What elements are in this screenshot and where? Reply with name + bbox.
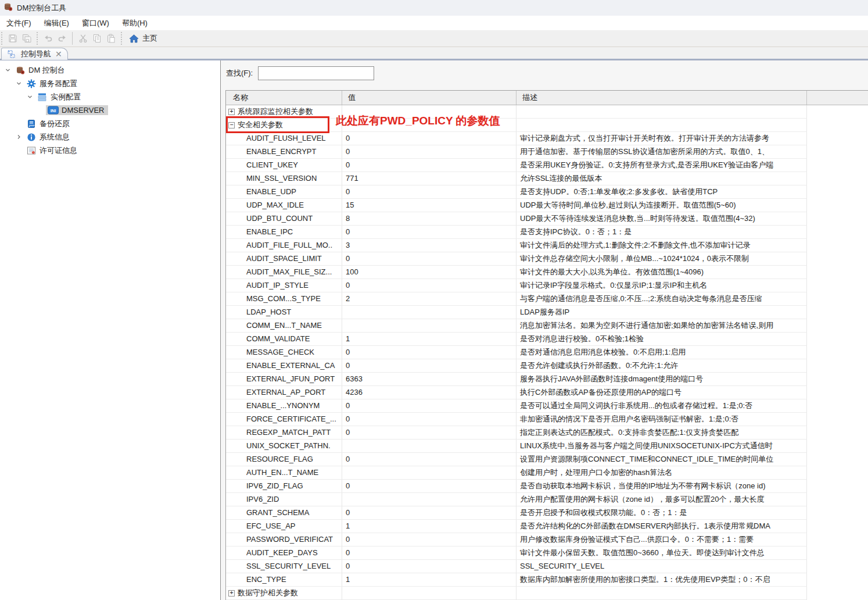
tree-item-dm-console[interactable]: DM 控制台 xyxy=(0,63,220,77)
undo-button[interactable] xyxy=(41,32,55,45)
tree-item-server-config[interactable]: 服务器配置 xyxy=(0,77,220,90)
param-value: 0 xyxy=(342,145,517,159)
param-row[interactable]: ENABLE_IPC0是否支持IPC协议。0：否；1：是 xyxy=(226,226,868,239)
param-row[interactable]: SSL_SECURITY_LEVEL0SSL_SECURITY_LEVEL xyxy=(226,560,868,573)
param-row[interactable]: AUTH_EN...T_NAME创建用户时，处理用户口令加密的hash算法名 xyxy=(226,466,868,480)
param-row[interactable]: AUDIT_SPACE_LIMIT0审计文件总存储空间大小限制，单位MB...~… xyxy=(226,252,868,266)
param-value: 0 xyxy=(342,506,517,520)
tab-close-icon[interactable]: ✕ xyxy=(55,50,62,58)
tree-item-backup-restore[interactable]: 备份还原 xyxy=(0,117,220,130)
copy-button[interactable] xyxy=(90,32,104,45)
param-name-cell: ENABLE_...YNONYM xyxy=(226,399,342,413)
param-row[interactable]: AUDIT_FILE_FULL_MO..3审计文件满后的处理方式,1:删除文件;… xyxy=(226,239,868,252)
collapse-box-icon[interactable]: − xyxy=(228,122,235,128)
param-row[interactable]: IPV6_ZID_FLAG0是否自动获取本地网卡标识，当使用的IP地址为不带有网… xyxy=(226,480,868,493)
param-row[interactable]: ENABLE_EXTERNAL_CA0是否允许创建或执行外部函数。0:不允许;1… xyxy=(226,359,868,373)
expand-box-icon[interactable]: + xyxy=(228,590,235,597)
param-row[interactable]: EXTERNAL_JFUN_PORT6363服务器执行JAVA外部函数时连接dm… xyxy=(226,373,868,386)
column-header-filler xyxy=(807,91,868,105)
param-row[interactable]: ENABLE_UDP0是否支持UDP。0:否;1:单发单收;2:多发多收。缺省使… xyxy=(226,185,868,199)
group-row[interactable]: −安全相关参数 xyxy=(226,119,868,132)
group-row[interactable]: +数据守护相关参数 xyxy=(226,587,868,600)
home-button[interactable]: 主页 xyxy=(125,33,161,44)
param-desc: 与客户端的通信消息是否压缩,0:不压...;2:系统自动决定每条消息是否压缩 xyxy=(517,292,807,306)
param-row[interactable]: FORCE_CERTIFICATE_...0非加密通讯的情况下是否开启用户名密码… xyxy=(226,413,868,426)
tree-item-dmserver[interactable]: INIDMSERVER xyxy=(0,103,220,117)
param-row[interactable]: UDP_MAX_IDLE15UDP最大等待时间,单位秒,超过则认为连接断开。取值… xyxy=(226,199,868,212)
tab-control-navigation[interactable]: 控制导航 ✕ xyxy=(1,48,68,60)
param-row[interactable]: UNIX_SOCKET_PATHN.LINUX系统中,当服务器与客户端之间使用U… xyxy=(226,440,868,453)
gear-icon xyxy=(25,79,37,88)
param-name-cell: UNIX_SOCKET_PATHN. xyxy=(226,440,342,453)
cut-icon xyxy=(78,34,88,43)
param-row[interactable]: AUDIT_IP_STYLE0审计记录IP字段显示格式。0:仅显示IP;1:显示… xyxy=(226,279,868,292)
group-name-cell: −安全相关参数 xyxy=(226,119,342,132)
param-row[interactable]: RESOURCE_FLAG0设置用户资源限制项CONNECT_TIME和CONN… xyxy=(226,453,868,466)
save-all-button[interactable] xyxy=(20,32,34,45)
license-icon xyxy=(25,146,37,155)
tree-item-license-info[interactable]: 许可证信息 xyxy=(0,144,220,157)
param-name-cell: ENC_TYPE xyxy=(226,573,342,587)
group-row[interactable]: +系统跟踪监控相关参数 xyxy=(226,105,868,119)
param-value xyxy=(342,466,517,480)
toolbar: 主页 xyxy=(0,30,868,47)
param-name: AUDIT_FLUSH_LEVEL xyxy=(246,134,326,142)
expand-box-icon[interactable]: + xyxy=(228,109,235,115)
column-header-value[interactable]: 值 xyxy=(342,91,517,105)
param-desc: 是否采用UKEY身份验证。0:支持所有登录方式,是否采用UKEY验证由客户端 xyxy=(517,159,807,172)
param-name: SSL_SECURITY_LEVEL xyxy=(246,562,331,570)
tree-item-instance-config[interactable]: 实例配置 xyxy=(0,90,220,103)
chevron-right-icon[interactable] xyxy=(14,134,24,140)
param-row[interactable]: COMM_VALIDATE1是否对消息进行校验。0不检验;1检验 xyxy=(226,333,868,346)
param-name: UDP_BTU_COUNT xyxy=(246,214,313,223)
param-desc: 用户修改数据库身份验证模式下自己...供原口令。0：不需要；1：需要 xyxy=(517,533,807,547)
param-row[interactable]: ENC_TYPE1数据库内部加解密所使用的加密接口类型。1：优先使用EVP类型；… xyxy=(226,573,868,587)
param-desc: 审计文件总存储空间大小限制，单位MB...~1024*1024，0表示不限制 xyxy=(517,252,807,266)
param-desc: 非加密通讯的情况下是否开启用户名密码强制证书解密。1:是;0:否 xyxy=(517,413,807,426)
param-name: PASSWORD_VERIFICAT xyxy=(246,535,333,544)
menu-item-file[interactable]: 文件(F) xyxy=(0,16,38,30)
param-row[interactable]: PASSWORD_VERIFICAT0用户修改数据库身份验证模式下自己...供原… xyxy=(226,533,868,547)
red-annotation-text: 此处应有PWD_POLICY 的参数值 xyxy=(336,114,500,128)
param-row[interactable]: ENABLE_ENCRYPT0用于通信加密。基于传输层的SSL协议通信加密所采用… xyxy=(226,145,868,159)
param-row[interactable]: AUDIT_KEEP_DAYS0审计文件最小保留天数。取值范围0~3660，单位… xyxy=(226,547,868,560)
param-row[interactable]: GRANT_SCHEMA0是否开启授予和回收模式权限功能。0：否；1：是 xyxy=(226,506,868,520)
param-row[interactable]: COMM_EN...T_NAME消息加密算法名。如果为空则不进行通信加密;如果给… xyxy=(226,319,868,333)
param-row[interactable]: AUDIT_MAX_FILE_SIZ...100审计文件的最大大小,以兆为单位。… xyxy=(226,266,868,279)
param-name: UDP_MAX_IDLE xyxy=(246,201,304,209)
param-row[interactable]: IPV6_ZID允许用户配置使用的网卡标识（zone id），最多可以配置20个… xyxy=(226,493,868,506)
param-row[interactable]: REGEXP_MATCH_PATT0指定正则表达式的匹配模式。0:支持非贪婪匹配… xyxy=(226,426,868,440)
row-filler xyxy=(807,573,868,587)
param-row[interactable]: EFC_USE_AP1是否允许结构化的C外部函数在DMSERVER内部执行。1表… xyxy=(226,520,868,533)
param-name: MIN_SSL_VERSION xyxy=(246,174,317,183)
row-filler xyxy=(807,226,868,239)
column-header-name[interactable]: 名称 xyxy=(226,91,342,105)
chevron-down-icon[interactable] xyxy=(14,81,24,86)
redo-button[interactable] xyxy=(55,32,69,45)
param-row[interactable]: ENABLE_...YNONYM0是否可以通过全局同义词执行非系统用...的包或… xyxy=(226,399,868,413)
param-name-cell: AUDIT_FILE_FULL_MO.. xyxy=(226,239,342,252)
param-row[interactable]: AUDIT_FLUSH_LEVEL0审计记录刷盘方式，仅当打开审计开关时有效。打… xyxy=(226,132,868,145)
param-row[interactable]: UDP_BTU_COUNT8UDP最大不等待连续发送消息块数,当...时则等待发… xyxy=(226,212,868,226)
chevron-down-icon[interactable] xyxy=(25,94,35,99)
param-row[interactable]: EXTERNAL_AP_PORT4236执行C外部函数或AP备份还原使用的AP的… xyxy=(226,386,868,399)
param-name-cell: MIN_SSL_VERSION xyxy=(226,172,342,185)
save-button[interactable] xyxy=(6,32,20,45)
param-row[interactable]: LDAP_HOSTLDAP服务器IP xyxy=(226,306,868,319)
param-row[interactable]: MSG_COM...S_TYPE2与客户端的通信消息是否压缩,0:不压...;2… xyxy=(226,292,868,306)
column-header-desc[interactable]: 描述 xyxy=(517,91,807,105)
tree-item-label: DM 控制台 xyxy=(28,65,65,76)
menu-item-window[interactable]: 窗口(W) xyxy=(76,16,116,30)
param-value: 4236 xyxy=(342,386,517,399)
chevron-down-icon[interactable] xyxy=(3,67,13,73)
param-row[interactable]: CLIENT_UKEY0是否采用UKEY身份验证。0:支持所有登录方式,是否采用… xyxy=(226,159,868,172)
menu-item-help[interactable]: 帮助(H) xyxy=(116,16,154,30)
param-row[interactable]: MIN_SSL_VERSION771允许SSL连接的最低版本 xyxy=(226,172,868,185)
cut-button[interactable] xyxy=(76,32,90,45)
group-name-cell: +数据守护相关参数 xyxy=(226,587,342,600)
paste-button[interactable] xyxy=(104,32,118,45)
param-row[interactable]: MESSAGE_CHECK0是否对通信消息启用消息体校验。0:不启用;1:启用 xyxy=(226,346,868,359)
tree-item-system-info[interactable]: 系统信息 xyxy=(0,130,220,144)
search-input[interactable] xyxy=(258,66,374,80)
menu-item-edit[interactable]: 编辑(E) xyxy=(38,16,76,30)
